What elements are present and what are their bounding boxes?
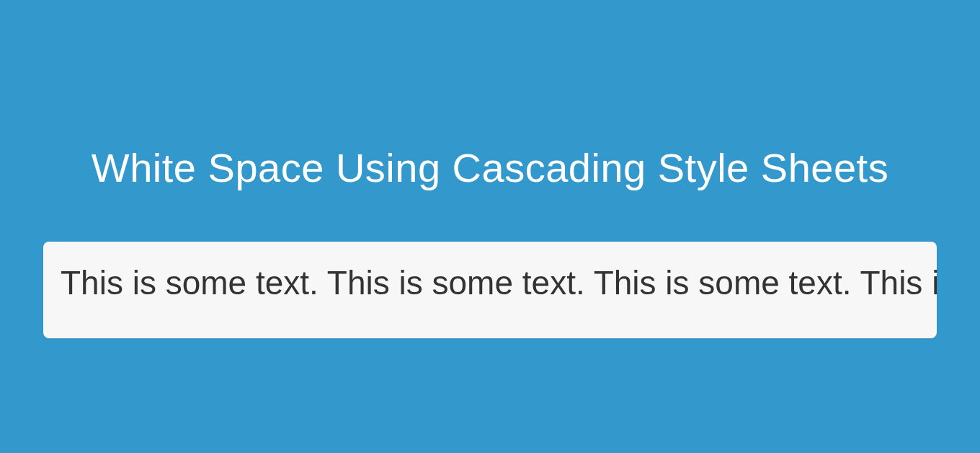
main-container: White Space Using Cascading Style Sheets… [0, 0, 980, 338]
page-title: White Space Using Cascading Style Sheets [43, 144, 937, 191]
whitespace-demo-box: This is some text. This is some text. Th… [43, 242, 937, 338]
